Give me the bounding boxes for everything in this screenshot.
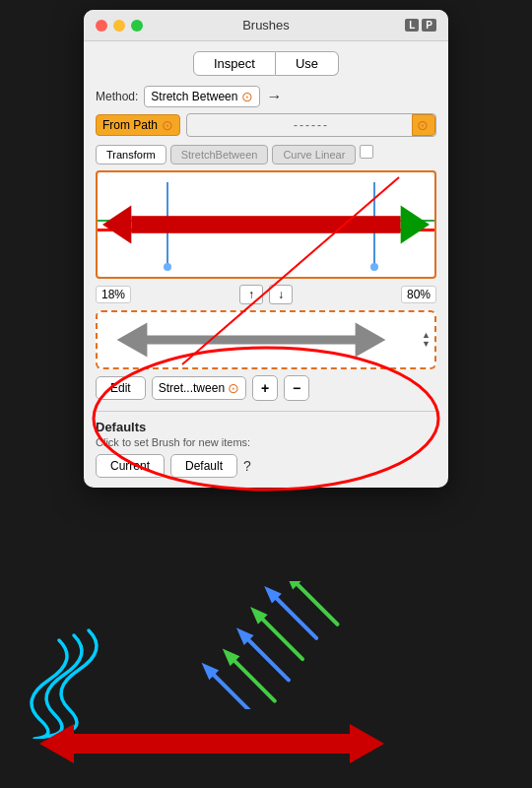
maximize-button[interactable] xyxy=(131,20,143,32)
method-row: Method: Stretch Between ⊙ → xyxy=(96,86,436,107)
preview-box xyxy=(96,170,436,279)
svg-line-8 xyxy=(230,656,275,701)
tab-use[interactable]: Use xyxy=(276,51,339,76)
svg-rect-1 xyxy=(131,216,400,233)
brushes-panel: Brushes L P Inspect Use Method: Stretch … xyxy=(84,10,448,488)
tab-inspect[interactable]: Inspect xyxy=(193,51,276,76)
preset-extra-icon xyxy=(360,145,373,159)
help-button[interactable]: ? xyxy=(243,458,251,474)
p-badge: P xyxy=(422,19,436,32)
gray-arrow-preview xyxy=(105,318,397,361)
traffic-lights xyxy=(96,20,143,32)
preset-curvelinear[interactable]: Curve Linear xyxy=(272,145,356,164)
dashes-box: ------ ⊙ xyxy=(186,113,436,137)
method-select[interactable]: Stretch Between ⊙ xyxy=(144,86,260,107)
method-arrow-icon: → xyxy=(266,88,282,105)
dashed-preview-area: ▲ ▼ xyxy=(96,310,436,369)
panel-body: Inspect Use Method: Stretch Between ⊙ → … xyxy=(84,41,448,488)
dashes-arrow-icon: ⊙ xyxy=(417,117,431,133)
titlebar: Brushes L P xyxy=(84,10,448,41)
add-button[interactable]: + xyxy=(252,375,278,401)
path-row: From Path ⊙ ------ ⊙ xyxy=(96,113,436,137)
current-button[interactable]: Current xyxy=(96,454,165,478)
default-button[interactable]: Default xyxy=(170,454,237,478)
preview-big-arrow xyxy=(102,200,430,249)
svg-marker-2 xyxy=(401,205,430,243)
svg-line-14 xyxy=(271,593,316,638)
stret-label: Stret...tween xyxy=(159,381,225,395)
defaults-sublabel: Click to set Brush for new items: xyxy=(96,436,436,448)
svg-rect-19 xyxy=(74,734,350,754)
left-handle-dot[interactable] xyxy=(164,263,171,271)
svg-line-12 xyxy=(257,614,302,659)
dashes-select[interactable]: ⊙ xyxy=(412,114,435,136)
defaults-title: Defaults xyxy=(96,420,436,434)
stepper-control[interactable]: ▲ ▼ xyxy=(422,331,431,349)
preset-stretchbetween[interactable]: StretchBetween xyxy=(170,145,269,164)
from-path-label: From Path xyxy=(102,118,158,132)
close-button[interactable] xyxy=(96,20,107,32)
stepper-down-icon[interactable]: ▼ xyxy=(422,340,431,349)
edit-row: Edit Stret...tween ⊙ + − xyxy=(96,375,436,401)
defaults-section: Defaults Click to set Brush for new item… xyxy=(96,411,436,478)
method-dropdown-icon: ⊙ xyxy=(241,89,253,104)
diagonal-arrows xyxy=(197,581,394,709)
method-label: Method: xyxy=(96,90,138,103)
panel-title: Brushes xyxy=(242,18,290,33)
left-percent: 18% xyxy=(96,286,131,303)
lp-badge: L P xyxy=(405,19,436,32)
svg-line-10 xyxy=(243,634,289,680)
edit-button[interactable]: Edit xyxy=(96,376,146,400)
l-badge: L xyxy=(405,19,419,32)
svg-marker-20 xyxy=(350,724,384,763)
from-path-arrow-icon: ⊙ xyxy=(162,117,173,133)
stret-select[interactable]: Stret...tween ⊙ xyxy=(152,376,246,400)
down-button[interactable]: ↓ xyxy=(269,285,293,304)
remove-button[interactable]: − xyxy=(284,375,309,401)
method-value: Stretch Between xyxy=(151,90,237,103)
from-path-select[interactable]: From Path ⊙ xyxy=(96,114,180,136)
svg-marker-18 xyxy=(39,724,74,763)
bottom-red-arrow xyxy=(39,719,384,768)
preset-transform[interactable]: Transform xyxy=(96,145,166,164)
up-button[interactable]: ↑ xyxy=(239,285,263,304)
controls-row: 18% ↑ ↓ 80% xyxy=(96,285,436,304)
dashes-text: ------ xyxy=(294,118,329,132)
svg-line-6 xyxy=(209,670,250,709)
svg-marker-0 xyxy=(102,205,131,243)
canvas-area xyxy=(0,581,532,788)
stret-dropdown-icon: ⊙ xyxy=(228,380,239,396)
preset-row: Transform StretchBetween Curve Linear xyxy=(96,145,436,164)
tab-row: Inspect Use xyxy=(96,51,436,76)
right-percent: 80% xyxy=(401,286,436,303)
defaults-buttons: Current Default ? xyxy=(96,454,436,478)
minimize-button[interactable] xyxy=(113,20,125,32)
svg-marker-3 xyxy=(117,322,386,357)
svg-line-16 xyxy=(292,581,337,624)
right-handle-dot[interactable] xyxy=(370,263,378,271)
